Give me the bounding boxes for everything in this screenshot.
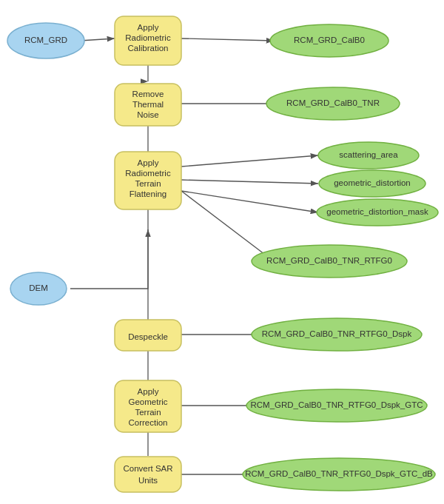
rcm-rtfg0-dspk-gtc-label: RCM_GRD_CalB0_TNR_RTFG0_Dspk_GTC xyxy=(250,400,423,409)
svg-text:Units: Units xyxy=(138,476,158,485)
svg-rect-18 xyxy=(115,457,181,492)
geometric-distortion-mask-label: geometric_distortion_mask xyxy=(326,207,428,216)
svg-text:Geometric: Geometric xyxy=(128,397,167,406)
rcm-grd-calb0-tnr-node: RCM_GRD_CalB0_TNR xyxy=(266,87,400,120)
convert-sar-node[interactable]: Convert SAR Units xyxy=(115,457,181,492)
rcm-grd-node: RCM_GRD xyxy=(7,23,84,58)
apply-radio-terrain-node[interactable]: Apply Radiometric Terrain Flattening xyxy=(115,152,181,209)
svg-text:Radiometric: Radiometric xyxy=(125,33,171,42)
convert-sar-label: Convert SAR xyxy=(123,464,172,473)
rcm-rtfg0-node: RCM_GRD_CalB0_TNR_RTFG0 xyxy=(252,245,407,278)
apply-radio-terrain-label: Apply xyxy=(138,158,159,167)
rcm-rtfg0-label: RCM_GRD_CalB0_TNR_RTFG0 xyxy=(266,256,392,265)
rcm-grd-label: RCM_GRD xyxy=(24,36,67,44)
geometric-distortion-label: geometric_distortion xyxy=(334,178,411,187)
rcm-rtfg0-dspk-label: RCM_GRD_CalB0_TNR_RTFG0_Dspk xyxy=(262,329,412,338)
remove-thermal-noise-node[interactable]: Remove Thermal Noise xyxy=(115,84,181,126)
rcm-grd-calb0-label: RCM_GRD_CalB0 xyxy=(294,36,365,44)
svg-text:Thermal: Thermal xyxy=(132,100,164,109)
dem-node: DEM xyxy=(10,272,67,305)
rcm-rtfg0-dspk-gtc-node: RCM_GRD_CalB0_TNR_RTFG0_Dspk_GTC xyxy=(246,389,427,422)
apply-radio-cal-node[interactable]: Apply Radiometric Calibration xyxy=(115,16,181,65)
svg-text:Radiometric: Radiometric xyxy=(125,169,171,178)
svg-text:Terrain: Terrain xyxy=(135,408,161,417)
svg-text:Flattening: Flattening xyxy=(130,189,167,198)
svg-text:Calibration: Calibration xyxy=(128,44,169,53)
rcm-rtfg0-dspk-gtc-db-label: RCM_GRD_CalB0_TNR_RTFG0_Dspk_GTC_dB xyxy=(245,469,433,478)
rcm-rtfg0-dspk-node: RCM_GRD_CalB0_TNR_RTFG0_Dspk xyxy=(252,318,422,351)
rcm-grd-calb0-node: RCM_GRD_CalB0 xyxy=(270,24,388,57)
svg-text:Correction: Correction xyxy=(128,418,167,427)
despeckle-label: Despeckle xyxy=(128,332,168,341)
apply-geo-terrain-label: Apply xyxy=(138,387,159,396)
svg-text:Terrain: Terrain xyxy=(135,179,161,188)
rcm-rtfg0-dspk-gtc-db-node: RCM_GRD_CalB0_TNR_RTFG0_Dspk_GTC_dB xyxy=(243,458,435,491)
scattering-area-label: scattering_area xyxy=(339,150,398,159)
geometric-distortion-node: geometric_distortion xyxy=(319,170,426,197)
apply-geo-terrain-node[interactable]: Apply Geometric Terrain Correction xyxy=(115,380,181,432)
rcm-grd-calb0-tnr-label: RCM_GRD_CalB0_TNR xyxy=(286,98,380,107)
svg-text:Noise: Noise xyxy=(137,110,158,119)
dem-label: DEM xyxy=(29,283,48,292)
scattering-area-node: scattering_area xyxy=(318,142,419,169)
remove-thermal-label: Remove xyxy=(132,90,164,98)
despeckle-node[interactable]: Despeckle xyxy=(115,320,181,351)
geometric-distortion-mask-node: geometric_distortion_mask xyxy=(317,199,438,226)
apply-radio-cal-label: Apply xyxy=(138,23,159,32)
